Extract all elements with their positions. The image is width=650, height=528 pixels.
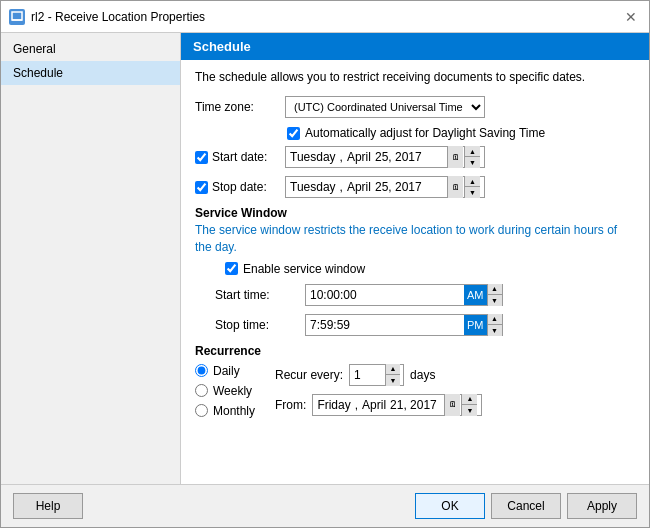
stop-time-down[interactable]: ▼ xyxy=(488,325,502,336)
timezone-row: Time zone: (UTC) Coordinated Universal T… xyxy=(195,96,635,118)
bottom-bar: Help OK Cancel Apply xyxy=(1,484,649,527)
radio-weekly-label: Weekly xyxy=(213,384,252,398)
start-date-checkbox[interactable] xyxy=(195,151,208,164)
start-date-up[interactable]: ▲ xyxy=(464,146,480,157)
section-body: The schedule allows you to restrict rece… xyxy=(181,60,649,484)
ok-button[interactable]: OK xyxy=(415,493,485,519)
recurrence-section: Recurrence Daily Weekly xyxy=(195,344,635,418)
stop-date-checkbox[interactable] xyxy=(195,181,208,194)
recur-from-row: From: Friday , April 21, 2017 🗓 xyxy=(275,394,635,416)
start-date-down[interactable]: ▼ xyxy=(464,157,480,168)
start-time-label: Start time: xyxy=(195,288,305,302)
recur-from-month: April xyxy=(362,398,386,412)
recur-from-down[interactable]: ▼ xyxy=(461,405,477,416)
sidebar: General Schedule xyxy=(1,33,181,484)
start-time-ampm: AM xyxy=(464,285,487,305)
stop-date-picker-btn[interactable]: 🗓 xyxy=(447,176,463,198)
start-time-row: Start time: AM ▲ ▼ xyxy=(195,284,635,306)
start-date-month: April xyxy=(347,150,371,164)
stop-date-label: Stop date: xyxy=(212,180,267,194)
service-window-description: The service window restricts the receive… xyxy=(195,222,635,256)
recur-every-row: Recur every: ▲ ▼ days xyxy=(275,364,635,386)
close-button[interactable]: ✕ xyxy=(621,7,641,27)
recur-from-day: Friday xyxy=(317,398,350,412)
radio-monthly-label: Monthly xyxy=(213,404,255,418)
stop-time-ampm: PM xyxy=(464,315,487,335)
dst-checkbox[interactable] xyxy=(287,127,300,140)
timezone-label: Time zone: xyxy=(195,100,285,114)
radio-weekly-row: Weekly xyxy=(195,384,255,398)
enable-service-row: Enable service window xyxy=(195,262,635,276)
recur-every-spinbox: ▲ ▼ xyxy=(349,364,404,386)
radio-weekly[interactable] xyxy=(195,384,208,397)
content-area: General Schedule Schedule The schedule a… xyxy=(1,33,649,484)
stop-time-row: Stop time: PM ▲ ▼ xyxy=(195,314,635,336)
bottom-right-buttons: OK Cancel Apply xyxy=(415,493,637,519)
start-date-field[interactable]: Tuesday , April 25, 2017 🗓 ▲ ▼ xyxy=(285,146,485,168)
main-panel: Schedule The schedule allows you to rest… xyxy=(181,33,649,484)
main-window: rl2 - Receive Location Properties ✕ Gene… xyxy=(0,0,650,528)
recurrence-body: Daily Weekly Monthly xyxy=(195,364,635,418)
recur-from-date-field[interactable]: Friday , April 21, 2017 🗓 ▲ ▼ xyxy=(312,394,482,416)
sidebar-item-general[interactable]: General xyxy=(1,37,180,61)
recur-every-down[interactable]: ▼ xyxy=(386,375,400,386)
cancel-button[interactable]: Cancel xyxy=(491,493,561,519)
stop-date-up[interactable]: ▲ xyxy=(464,176,480,187)
title-bar: rl2 - Receive Location Properties ✕ xyxy=(1,1,649,33)
start-time-field: AM ▲ ▼ xyxy=(305,284,503,306)
radio-daily-row: Daily xyxy=(195,364,255,378)
start-time-input[interactable] xyxy=(306,285,464,305)
recurrence-right: Recur every: ▲ ▼ days xyxy=(275,364,635,418)
recurrence-title: Recurrence xyxy=(195,344,635,358)
recur-from-date: 21, 2017 xyxy=(390,398,437,412)
enable-service-label: Enable service window xyxy=(243,262,365,276)
start-date-picker-btn[interactable]: 🗓 xyxy=(447,146,463,168)
radio-monthly[interactable] xyxy=(195,404,208,417)
recur-from-label: From: xyxy=(275,398,306,412)
section-header: Schedule xyxy=(181,33,649,60)
recurrence-radios: Daily Weekly Monthly xyxy=(195,364,255,418)
dst-row: Automatically adjust for Daylight Saving… xyxy=(287,126,635,140)
recur-every-unit: days xyxy=(410,368,435,382)
stop-date-down[interactable]: ▼ xyxy=(464,187,480,198)
timezone-select[interactable]: (UTC) Coordinated Universal Time(UTC+01:… xyxy=(285,96,485,118)
recur-every-label: Recur every: xyxy=(275,368,343,382)
window-icon xyxy=(9,9,25,25)
start-date-row: Start date: Tuesday , April 25, 2017 🗓 ▲… xyxy=(195,146,635,168)
dst-label: Automatically adjust for Daylight Saving… xyxy=(305,126,545,140)
enable-service-checkbox[interactable] xyxy=(225,262,238,275)
start-time-up[interactable]: ▲ xyxy=(488,284,502,296)
stop-date-field[interactable]: Tuesday , April 25, 2017 🗓 ▲ ▼ xyxy=(285,176,485,198)
window-title: rl2 - Receive Location Properties xyxy=(31,10,205,24)
start-time-down[interactable]: ▼ xyxy=(488,295,502,306)
stop-date-day: Tuesday xyxy=(290,180,336,194)
stop-time-input[interactable] xyxy=(306,315,464,335)
start-date-date: 25, 2017 xyxy=(375,150,422,164)
sidebar-item-schedule[interactable]: Schedule xyxy=(1,61,180,85)
radio-monthly-row: Monthly xyxy=(195,404,255,418)
apply-button[interactable]: Apply xyxy=(567,493,637,519)
section-description: The schedule allows you to restrict rece… xyxy=(195,70,635,84)
stop-date-month: April xyxy=(347,180,371,194)
radio-daily[interactable] xyxy=(195,364,208,377)
recur-from-picker-btn[interactable]: 🗓 xyxy=(444,394,460,416)
help-button[interactable]: Help xyxy=(13,493,83,519)
stop-time-field: PM ▲ ▼ xyxy=(305,314,503,336)
svg-rect-0 xyxy=(12,12,22,20)
start-date-day: Tuesday xyxy=(290,150,336,164)
radio-daily-label: Daily xyxy=(213,364,240,378)
start-date-label: Start date: xyxy=(212,150,267,164)
stop-time-label: Stop time: xyxy=(195,318,305,332)
stop-date-row: Stop date: Tuesday , April 25, 2017 🗓 ▲ … xyxy=(195,176,635,198)
stop-date-date: 25, 2017 xyxy=(375,180,422,194)
recur-every-up[interactable]: ▲ xyxy=(386,364,400,376)
recur-from-up[interactable]: ▲ xyxy=(461,394,477,405)
recur-every-input[interactable] xyxy=(350,365,385,385)
title-bar-left: rl2 - Receive Location Properties xyxy=(9,9,205,25)
stop-time-up[interactable]: ▲ xyxy=(488,314,502,326)
service-window-title: Service Window xyxy=(195,206,635,220)
